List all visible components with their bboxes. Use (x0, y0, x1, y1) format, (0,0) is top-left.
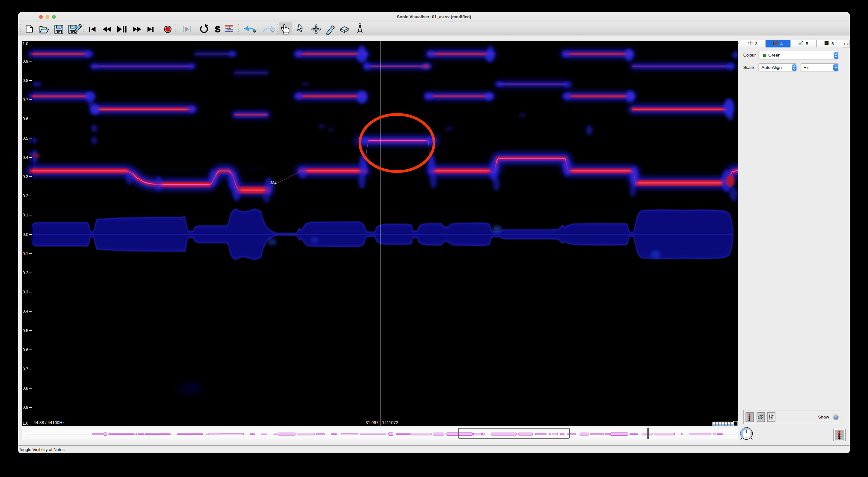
svg-text:0.1: 0.1 (23, 251, 28, 256)
svg-text:0.1: 0.1 (23, 213, 28, 217)
svg-text:0.4: 0.4 (23, 155, 28, 160)
svg-text:0.6: 0.6 (23, 117, 28, 121)
svg-text:0.8: 0.8 (23, 386, 28, 391)
svg-text:1.0: 1.0 (23, 41, 28, 46)
svg-text:1411072: 1411072 (382, 420, 398, 425)
svg-text:384: 384 (270, 181, 276, 185)
svg-text:0.3: 0.3 (23, 175, 28, 179)
svg-text:0.7: 0.7 (23, 367, 28, 371)
svg-text:0.4: 0.4 (23, 309, 28, 314)
svg-text:0.5: 0.5 (23, 328, 28, 333)
svg-text:0.9: 0.9 (23, 59, 28, 64)
svg-text:0.3: 0.3 (23, 290, 28, 294)
svg-text:31.997: 31.997 (366, 420, 378, 425)
svg-text:0.2: 0.2 (23, 193, 28, 198)
svg-text:44.88 / 44100Hz: 44.88 / 44100Hz (33, 420, 64, 425)
svg-text:0.6: 0.6 (23, 348, 28, 352)
svg-text:0.7: 0.7 (23, 97, 28, 102)
svg-text:0.9: 0.9 (23, 405, 28, 410)
svg-text:S: S (215, 25, 221, 34)
svg-text:0.0: 0.0 (23, 232, 28, 237)
svg-text:1.0: 1.0 (23, 421, 28, 426)
svg-text:0.8: 0.8 (23, 78, 28, 83)
svg-text:0.2: 0.2 (23, 271, 28, 275)
svg-text:0.5: 0.5 (23, 136, 28, 141)
